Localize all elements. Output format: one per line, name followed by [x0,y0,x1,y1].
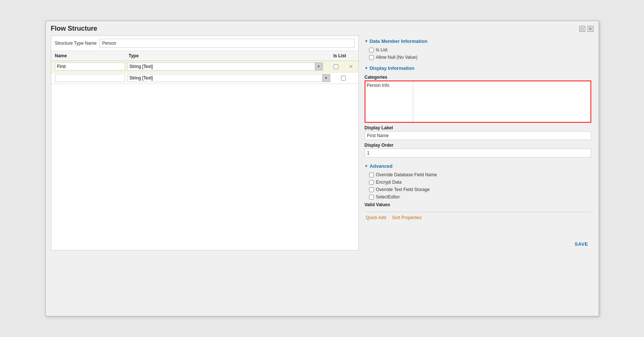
dialog-controls: □ ✕ [579,26,593,32]
dropdown-arrow-2[interactable]: ▼ [322,74,330,82]
row-type-select-1[interactable]: String [Text] [127,62,323,71]
save-button[interactable]: SAVE [575,241,588,247]
advanced-triangle: ▼ [365,164,368,168]
is-list-checkbox[interactable] [369,48,374,52]
right-scrollable[interactable]: ▼ Data Member Information Is List Allow … [365,35,593,238]
override-db-checkbox[interactable] [369,173,374,177]
allow-null-label: Allow Null (No Value) [376,55,417,60]
table-row: String [Text] ▼ [51,72,358,84]
display-order-label: Display Order [365,142,591,149]
encrypt-row: Encrypt Data [365,178,591,186]
display-order-input[interactable] [365,149,591,157]
row-type-wrapper-1: String [Text] ▼ [127,62,323,71]
row-checkbox-1 [325,64,347,69]
encrypt-label: Encrypt Data [376,180,402,185]
data-member-triangle: ▼ [365,39,368,43]
quick-add-link[interactable]: Quick Add [366,215,386,220]
col-type-header: Type [129,53,325,58]
override-text-label: Override Text Field Storage [376,187,430,192]
data-member-header: ▼ Data Member Information [365,38,591,44]
valid-values-label: Valid Values [365,201,591,208]
row-type-wrapper-2: String [Text] ▼ [127,74,330,82]
categories-container: Person Info [365,81,591,123]
bottom-bar: Quick Add Sort Properties [365,212,593,220]
col-islist-header: Is List [325,53,355,58]
display-order-input-row [365,149,591,157]
categories-right [413,81,590,122]
select-editor-row: SelectEditor [365,193,591,201]
display-label-label: Display Label [365,124,591,131]
titlebar: Flow Structure □ ✕ [46,21,599,35]
override-db-row: Override Database Field Name [365,171,591,178]
encrypt-checkbox[interactable] [369,180,374,185]
display-section: ▼ Display Information Categories Person … [365,65,593,160]
display-order-row: Display Order [365,142,591,157]
row-checkbox-2 [333,76,355,81]
display-triangle: ▼ [365,66,368,70]
is-list-label: Is List [376,47,388,52]
display-title: Display Information [369,65,414,71]
allow-null-row: Allow Null (No Value) [365,54,591,61]
select-editor-label: SelectEditor [376,194,400,200]
flow-structure-dialog: Flow Structure □ ✕ Structure Type Name N… [45,21,599,316]
dialog-title: Flow Structure [51,25,97,33]
col-name-header: Name [55,53,129,58]
allow-null-checkbox[interactable] [369,55,374,60]
select-editor-checkbox[interactable] [369,195,374,200]
advanced-title: Advanced [369,163,392,169]
override-db-label: Override Database Field Name [376,172,437,177]
close-button[interactable]: ✕ [588,26,593,32]
categories-list[interactable]: Person Info [365,81,413,122]
data-member-section: ▼ Data Member Information Is List Allow … [365,38,593,62]
sort-properties-link[interactable]: Sort Properties [392,215,421,220]
advanced-header: ▼ Advanced [365,163,591,169]
display-header: ▼ Display Information [365,65,591,71]
right-panel: ▼ Data Member Information Is List Allow … [365,35,593,251]
advanced-section: ▼ Advanced Override Database Field Name … [365,163,593,210]
display-label-row: Display Label [365,124,591,140]
display-label-input[interactable] [365,132,591,140]
override-text-checkbox[interactable] [369,187,374,192]
override-text-row: Override Text Field Storage [365,186,591,193]
display-label-input-row [365,131,591,140]
save-row: SAVE [365,238,593,251]
is-list-checkbox-2[interactable] [341,76,346,81]
categories-value: Person Info [367,83,389,88]
is-list-row: Is List [365,46,591,54]
row-delete-1[interactable]: ✕ [347,64,355,69]
structure-type-row: Structure Type Name [51,36,358,51]
row-name-input-2[interactable] [55,74,125,82]
dialog-body: Structure Type Name Name Type Is List St… [46,35,599,256]
table-row: String [Text] ▼ ✕ [51,61,358,72]
left-panel: Structure Type Name Name Type Is List St… [51,35,359,251]
bottom-links: Quick Add Sort Properties [366,215,422,220]
row-type-select-2[interactable]: String [Text] [127,74,330,82]
structure-type-input[interactable] [100,39,355,48]
is-list-checkbox-1[interactable] [334,64,338,69]
categories-label: Categories [365,73,591,81]
structure-type-label: Structure Type Name [55,41,97,46]
dropdown-arrow-1[interactable]: ▼ [315,62,323,71]
minimize-button[interactable]: □ [579,26,585,32]
left-panel-body [51,84,358,250]
table-header: Name Type Is List [51,51,358,61]
data-member-title: Data Member Information [369,38,427,44]
row-name-input-1[interactable] [55,62,125,71]
